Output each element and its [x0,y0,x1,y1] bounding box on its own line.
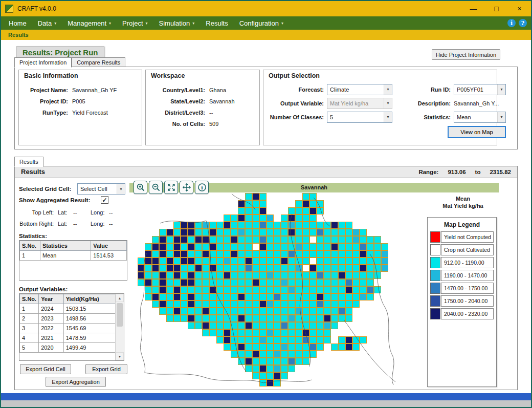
map-cell[interactable] [281,272,288,279]
table-row[interactable]: 220231498.56 [20,314,116,324]
map-cell[interactable] [274,272,281,279]
map-cell[interactable] [317,286,324,293]
map-cell[interactable] [238,200,245,207]
map-cell[interactable] [288,265,295,272]
map-cell[interactable] [238,222,245,229]
map-cell[interactable] [245,358,252,365]
map-cell[interactable] [302,207,309,214]
scroll-down-icon[interactable]: ▼ [116,352,124,360]
map-cell[interactable] [259,222,267,229]
map-cell[interactable] [245,293,252,300]
map-cell[interactable] [166,243,173,250]
map-cell[interactable] [224,214,231,222]
map-cell[interactable] [281,257,288,265]
map-cell[interactable] [238,279,245,286]
map-cell[interactable] [374,236,381,243]
map-cell[interactable] [281,308,288,315]
map-cell[interactable] [224,272,231,279]
map-cell[interactable] [252,250,259,257]
map-cell[interactable] [374,265,381,272]
map-cell[interactable] [152,293,159,300]
map-cell[interactable] [295,300,302,308]
map-cell[interactable] [324,322,331,329]
map-cell[interactable] [367,279,374,286]
map-cell[interactable] [181,293,188,300]
map-cell[interactable] [181,257,188,265]
map-cell[interactable] [166,300,173,308]
map-cell[interactable] [309,315,317,322]
scroll-up-icon[interactable]: ▲ [116,294,124,302]
map-cell[interactable] [259,308,267,315]
tab-compare-results[interactable]: Compare Results [72,57,125,67]
map-cell[interactable] [209,236,216,243]
map-cell[interactable] [202,257,209,265]
map-cell[interactable] [317,343,324,351]
map-cell[interactable] [231,236,238,243]
map-cell[interactable] [374,257,381,265]
export-aggregation-button[interactable]: Export Aggregation [46,377,106,387]
map-cell[interactable] [295,243,302,250]
map-cell[interactable] [152,300,159,308]
map-cell[interactable] [252,343,259,351]
map-cell[interactable] [245,222,252,229]
map-cell[interactable] [295,293,302,300]
map-cell[interactable] [288,315,295,322]
map-cell[interactable] [188,315,195,322]
map-cell[interactable] [159,300,166,308]
map-cell[interactable] [259,286,267,293]
map-cell[interactable] [267,343,274,351]
tab-project-information[interactable]: Project Information [14,57,72,68]
map-cell[interactable] [159,250,166,257]
map-cell[interactable] [324,286,331,293]
map-cell[interactable] [345,229,352,236]
map-cell[interactable] [188,250,195,257]
map-cell[interactable] [209,315,216,322]
map-cell[interactable] [238,286,245,293]
map-cell[interactable] [309,250,317,257]
map-cell[interactable] [202,329,209,336]
map-cell[interactable] [295,336,302,343]
map-cell[interactable] [360,279,367,286]
map-cell[interactable] [288,229,295,236]
map-cell[interactable] [317,272,324,279]
map-cell[interactable] [245,315,252,322]
map-cell[interactable] [367,286,374,293]
map-cell[interactable] [138,272,145,279]
map-cell[interactable] [252,358,259,365]
map-cell[interactable] [224,229,231,236]
map-cell[interactable] [331,243,338,250]
map-cell[interactable] [252,207,259,214]
map-cell[interactable] [238,329,245,336]
map-cell[interactable] [181,243,188,250]
map-cell[interactable] [202,279,209,286]
map-cell[interactable] [295,265,302,272]
map-cell[interactable] [281,372,288,379]
map-cell[interactable] [367,236,374,243]
map-cell[interactable] [259,336,267,343]
map-cell[interactable] [152,279,159,286]
map-cell[interactable] [317,265,324,272]
map-cell[interactable] [209,257,216,265]
map-cell[interactable] [352,250,360,257]
map-cell[interactable] [302,200,309,207]
map-cell[interactable] [238,315,245,322]
map-cell[interactable] [166,250,173,257]
map-cell[interactable] [173,293,181,300]
map-cell[interactable] [259,351,267,358]
map-cell[interactable] [302,308,309,315]
map-cell[interactable] [274,229,281,236]
map-cell[interactable] [159,286,166,293]
map-cell[interactable] [181,250,188,257]
map-cell[interactable] [216,279,224,286]
map-cell[interactable] [259,279,267,286]
map-cell[interactable] [188,257,195,265]
map-cell[interactable] [245,272,252,279]
map-cell[interactable] [216,236,224,243]
map-cell[interactable] [252,236,259,243]
map-cell[interactable] [309,308,317,315]
map-cell[interactable] [202,308,209,315]
map-cell[interactable] [374,243,381,250]
map-cell[interactable] [281,286,288,293]
map-cell[interactable] [188,236,195,243]
map-cell[interactable] [317,322,324,329]
